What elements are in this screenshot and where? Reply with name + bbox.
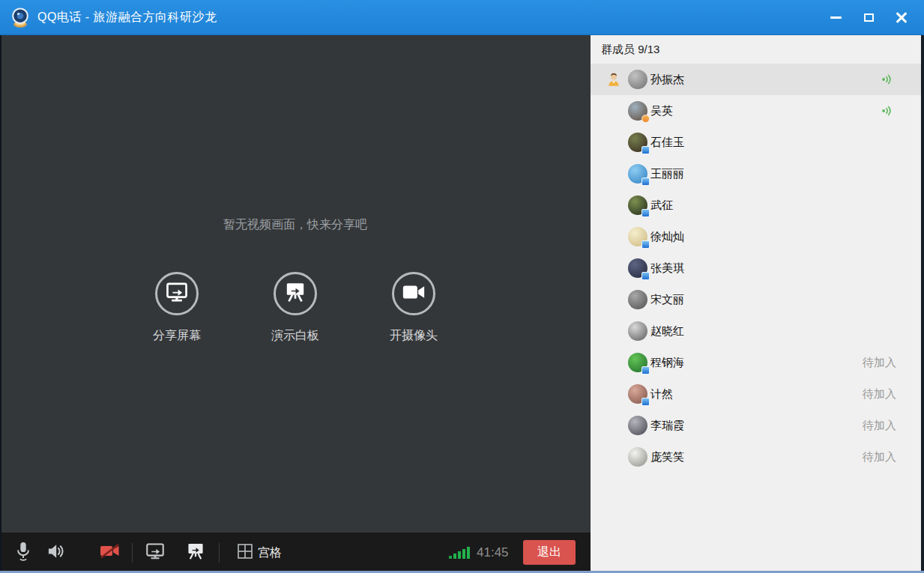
whiteboard-icon [283, 280, 307, 307]
microphone-icon [13, 540, 33, 566]
window-title: QQ电话 - 旅游融合方向科研沙龙 [37, 10, 217, 25]
window-controls [819, 0, 918, 35]
member-row[interactable]: 张美琪 [591, 252, 924, 284]
member-row[interactable]: 武征 [591, 190, 924, 221]
open-camera-label: 开摄像头 [369, 328, 458, 344]
member-row[interactable]: 石佳玉 [591, 127, 924, 158]
speaker-button[interactable] [44, 542, 67, 563]
member-name: 武征 [650, 198, 673, 213]
toolbar-whiteboard-button[interactable] [184, 542, 207, 563]
member-status-label: 待加入 [863, 419, 896, 433]
device-badge [641, 115, 650, 123]
member-row[interactable]: 李瑞霞 待加入 [591, 410, 924, 441]
speaking-indicator-icon [881, 104, 894, 118]
member-status-label: 待加入 [863, 387, 896, 401]
camera-off-button[interactable] [97, 543, 123, 563]
member-name: 庞笑笑 [650, 450, 684, 464]
member-avatar [628, 227, 647, 246]
open-camera-button[interactable]: 开摄像头 [369, 272, 458, 344]
self-person-icon [606, 71, 622, 88]
device-badge [641, 366, 650, 375]
member-row[interactable]: 孙振杰 [591, 64, 924, 95]
member-name: 石佳玉 [650, 136, 684, 150]
share-screen-button[interactable]: 分享屏幕 [133, 272, 221, 344]
speaker-icon [45, 541, 66, 565]
call-duration: 41:45 [477, 533, 509, 573]
webcam-app-icon [9, 6, 31, 28]
toolbar-separator [219, 543, 220, 563]
titlebar: QQ电话 - 旅游融合方向科研沙龙 [0, 0, 924, 35]
member-row[interactable]: 计然 待加入 [591, 378, 924, 410]
share-screen-circle [155, 272, 199, 315]
close-icon [896, 12, 908, 24]
speaking-indicator-icon [881, 73, 894, 86]
device-badge [641, 178, 650, 186]
member-avatar [628, 70, 647, 89]
member-avatar [628, 258, 647, 278]
close-button[interactable] [885, 0, 918, 35]
member-name: 计然 [650, 387, 673, 401]
member-name: 李瑞霞 [650, 419, 684, 433]
member-avatar [628, 133, 647, 152]
whiteboard-label: 演示白板 [251, 328, 339, 344]
member-avatar [628, 416, 647, 435]
member-avatar [628, 101, 647, 121]
member-name: 张美琪 [650, 261, 684, 276]
member-avatar [628, 384, 647, 404]
whiteboard-icon [185, 541, 206, 565]
device-badge [641, 272, 650, 280]
stage-actions: 分享屏幕 演示白板 [0, 272, 591, 344]
member-row[interactable]: 徐灿灿 [591, 221, 924, 252]
member-avatar [628, 321, 647, 341]
members-header: 群成员 9/13 [591, 35, 924, 64]
window-edge [0, 35, 1, 573]
member-name: 吴英 [650, 104, 673, 118]
whiteboard-button[interactable]: 演示白板 [251, 272, 339, 344]
member-name: 宋文丽 [650, 293, 684, 307]
member-name: 徐灿灿 [650, 230, 684, 244]
member-row[interactable]: 吴英 [591, 95, 924, 127]
camera-icon [402, 281, 426, 306]
member-avatar [628, 164, 647, 184]
member-avatar [628, 353, 647, 372]
member-name: 王丽丽 [650, 167, 684, 181]
empty-video-hint: 暂无视频画面，快来分享吧 [0, 217, 591, 233]
member-row[interactable]: 庞笑笑 待加入 [591, 441, 924, 473]
exit-button[interactable]: 退出 [523, 540, 576, 565]
minimize-icon [830, 16, 842, 19]
member-status-label: 待加入 [863, 356, 896, 370]
member-list: 孙振杰 吴英 [591, 64, 924, 473]
call-toolbar: 宫格 41:45 退出 [0, 533, 591, 573]
grid-layout-button[interactable] [237, 545, 253, 561]
share-screen-label: 分享屏幕 [133, 328, 221, 344]
member-status-label: 待加入 [863, 450, 896, 464]
camera-off-icon [97, 542, 123, 564]
maximize-button[interactable] [852, 0, 885, 35]
video-stage: 暂无视频画面，快来分享吧 分享屏幕 [0, 35, 591, 533]
microphone-button[interactable] [12, 542, 34, 564]
screen-share-icon [165, 280, 189, 307]
member-name: 程钢海 [650, 356, 684, 370]
member-avatar [628, 447, 647, 467]
device-badge [641, 240, 650, 249]
maximize-icon [864, 13, 874, 22]
member-row[interactable]: 宋文丽 [591, 284, 924, 315]
members-panel: 群成员 9/13 孙振杰 [591, 35, 924, 573]
member-name: 赵晓红 [650, 324, 684, 339]
member-row[interactable]: 王丽丽 [591, 158, 924, 190]
qq-call-window: QQ电话 - 旅游融合方向科研沙龙 暂无视频画面，快来分享吧 [0, 0, 924, 573]
member-row[interactable]: 程钢海 待加入 [591, 347, 924, 378]
toolbar-separator [132, 543, 133, 563]
toolbar-share-screen-button[interactable] [144, 542, 166, 563]
device-badge [641, 398, 650, 406]
window-edge [921, 35, 924, 573]
screen-share-icon [145, 541, 166, 565]
member-row[interactable]: 赵晓红 [591, 315, 924, 347]
grid-layout-label[interactable]: 宫格 [258, 533, 282, 573]
member-avatar [628, 195, 647, 215]
minimize-button[interactable] [819, 0, 852, 35]
grid-icon [237, 543, 253, 563]
signal-strength-icon [447, 545, 470, 563]
device-badge [641, 146, 650, 154]
member-avatar [628, 290, 647, 309]
